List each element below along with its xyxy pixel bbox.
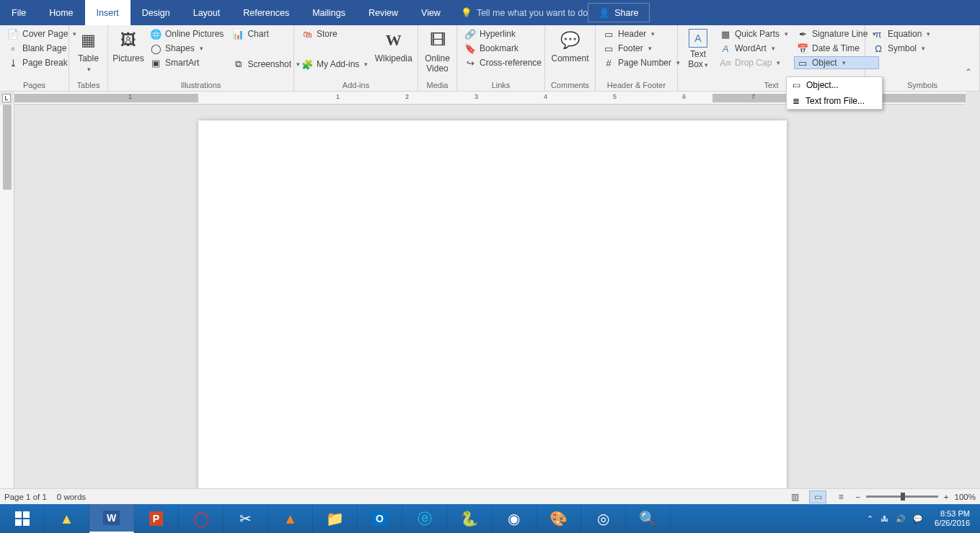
document-page[interactable] [198, 120, 787, 533]
collapse-ribbon-button[interactable]: ⌃ [962, 64, 975, 80]
my-addins-button[interactable]: 🧩My Add-ins▾ [299, 58, 371, 71]
hyperlink-icon: 🔗 [464, 28, 476, 40]
taskbar-app-explorer[interactable]: 📁 [313, 504, 358, 533]
taskbar-app-word[interactable]: W [89, 504, 134, 533]
start-button[interactable] [0, 504, 45, 533]
screenshot-button[interactable]: ⧉Screenshot▾ [229, 58, 303, 71]
taskbar-app-drive[interactable]: ▲ [45, 504, 89, 533]
equation-button[interactable]: πEquation▾ [870, 27, 933, 40]
tray-action-center-icon[interactable]: 💬 [913, 514, 923, 524]
page-number-button[interactable]: #Page Number▾ [600, 56, 683, 69]
cross-reference-button[interactable]: ↪Cross-reference [462, 56, 544, 69]
pictures-button[interactable]: 🖼 Pictures [112, 27, 144, 66]
taskbar-app-misc1[interactable]: ◎ [581, 504, 626, 533]
group-illustrations-label: Illustrations [108, 80, 293, 91]
screenshot-icon: ⧉ [232, 58, 244, 70]
share-icon: 👤 [599, 7, 610, 18]
store-button[interactable]: 🛍Store [299, 27, 371, 40]
page-break-button[interactable]: ⤓Page Break [4, 56, 79, 69]
tab-file[interactable]: File [0, 0, 37, 25]
taskbar-app-snipping[interactable]: ✂ [224, 504, 268, 533]
cover-page-icon: 📄 [7, 28, 19, 40]
hyperlink-button[interactable]: 🔗Hyperlink [462, 27, 544, 40]
zoom-in-button[interactable]: + [944, 493, 949, 501]
taskbar-app-chrome[interactable]: ◉ [492, 504, 537, 533]
taskbar-app-outlook[interactable]: O [358, 504, 402, 533]
tab-view[interactable]: View [410, 0, 452, 25]
quick-parts-button[interactable]: ▦Quick Parts▾ [717, 27, 791, 40]
shapes-button[interactable]: ◯Shapes▾ [147, 42, 226, 55]
blank-page-icon: ▫ [7, 43, 19, 54]
zoom-level[interactable]: 100% [955, 493, 976, 501]
text-box-button[interactable]: A Text Box▾ [682, 27, 714, 71]
status-words[interactable]: 0 words [57, 493, 86, 501]
tab-design[interactable]: Design [131, 0, 182, 25]
object-label: Object [812, 58, 837, 68]
cover-page-button[interactable]: 📄Cover Page▾ [4, 27, 79, 40]
online-pictures-icon: 🌐 [150, 28, 162, 40]
windows-taskbar: ▲ W P ◯ ✂ ▲ 📁 O ⓔ 🐍 ◉ 🎨 ◎ 🔍 ⌃ 🖧 🔊 💬 8:53… [0, 504, 980, 533]
taskbar-app-ie[interactable]: ⓔ [402, 504, 447, 533]
taskbar-app-python[interactable]: 🐍 [447, 504, 492, 533]
ruler-num: 3 [474, 93, 478, 100]
tell-me-search[interactable]: 💡 Tell me what you want to do [452, 0, 588, 25]
view-print-layout[interactable]: ▭ [809, 490, 826, 503]
tab-layout[interactable]: Layout [182, 0, 232, 25]
taskbar-app-opera[interactable]: ◯ [179, 504, 224, 533]
quick-parts-label: Quick Parts [735, 29, 780, 39]
chevron-down-icon: ▾ [87, 66, 91, 73]
tab-review[interactable]: Review [357, 0, 410, 25]
status-page[interactable]: Page 1 of 1 [4, 493, 47, 501]
taskbar-app-misc2[interactable]: 🔍 [626, 504, 671, 533]
taskbar-app-paint[interactable]: 🎨 [537, 504, 581, 533]
object-menu-text-from-file[interactable]: ≣Text from File... [787, 93, 882, 109]
comment-button[interactable]: 💬 Comment [549, 27, 591, 66]
zoom-slider-thumb[interactable] [901, 493, 905, 501]
bookmark-button[interactable]: 🔖Bookmark [462, 42, 544, 55]
symbol-icon: Ω [873, 43, 884, 54]
header-button[interactable]: ▭Header▾ [600, 27, 683, 40]
online-video-button[interactable]: 🎞 Online Video [422, 27, 454, 76]
wordart-button[interactable]: AWordArt▾ [717, 42, 791, 55]
status-bar: Page 1 of 1 0 words ▥ ▭ ≡ − + 100% [0, 488, 980, 504]
chevron-down-icon: ▾ [651, 30, 655, 38]
view-read-mode[interactable]: ▥ [786, 490, 803, 503]
tab-selector[interactable]: L [2, 94, 11, 102]
online-video-label: Online Video [425, 54, 450, 74]
online-pictures-button[interactable]: 🌐Online Pictures [147, 27, 226, 40]
blank-page-label: Blank Page [22, 43, 66, 53]
group-illustrations: 🖼 Pictures 🌐Online Pictures ◯Shapes▾ ▣Sm… [108, 25, 294, 91]
tab-mailings[interactable]: Mailings [301, 0, 357, 25]
group-tables-label: Tables [69, 80, 107, 91]
tray-volume-icon[interactable]: 🔊 [896, 514, 906, 524]
shapes-icon: ◯ [150, 43, 162, 54]
tab-home[interactable]: Home [37, 0, 84, 25]
equation-label: Equation [888, 29, 922, 39]
group-pages: 📄Cover Page▾ ▫Blank Page ⤓Page Break Pag… [0, 25, 69, 91]
tray-network-icon[interactable]: 🖧 [880, 514, 888, 523]
drop-cap-button[interactable]: A≡Drop Cap▾ [717, 56, 791, 69]
taskbar-app-powerpoint[interactable]: P [134, 504, 179, 533]
view-web-layout[interactable]: ≡ [832, 490, 849, 503]
tab-insert[interactable]: Insert [85, 0, 131, 25]
taskbar-clock[interactable]: 8:53 PM 6/26/2016 [930, 509, 974, 528]
symbol-button[interactable]: ΩSymbol▾ [870, 42, 933, 55]
group-comments: 💬 Comment Comments [545, 25, 596, 91]
chevron-down-icon: ▾ [648, 45, 652, 52]
smartart-label: SmartArt [165, 58, 199, 68]
ruler-num: 1 [336, 93, 340, 100]
blank-page-button[interactable]: ▫Blank Page [4, 42, 79, 55]
smartart-button[interactable]: ▣SmartArt [147, 56, 226, 69]
chart-button[interactable]: 📊Chart [229, 27, 303, 40]
taskbar-app-vlc[interactable]: ▲ [268, 504, 313, 533]
table-button[interactable]: ▦ Table▾ [73, 27, 105, 76]
zoom-out-button[interactable]: − [855, 493, 860, 501]
tab-references[interactable]: References [231, 0, 301, 25]
zoom-slider[interactable] [866, 495, 938, 498]
tray-overflow[interactable]: ⌃ [867, 514, 873, 524]
vertical-ruler[interactable] [0, 105, 14, 504]
wikipedia-button[interactable]: W Wikipedia [374, 27, 413, 66]
share-button[interactable]: 👤 Share [588, 3, 649, 22]
object-menu-object[interactable]: ▭Object... [787, 77, 882, 93]
footer-button[interactable]: ▭Footer▾ [600, 42, 683, 55]
